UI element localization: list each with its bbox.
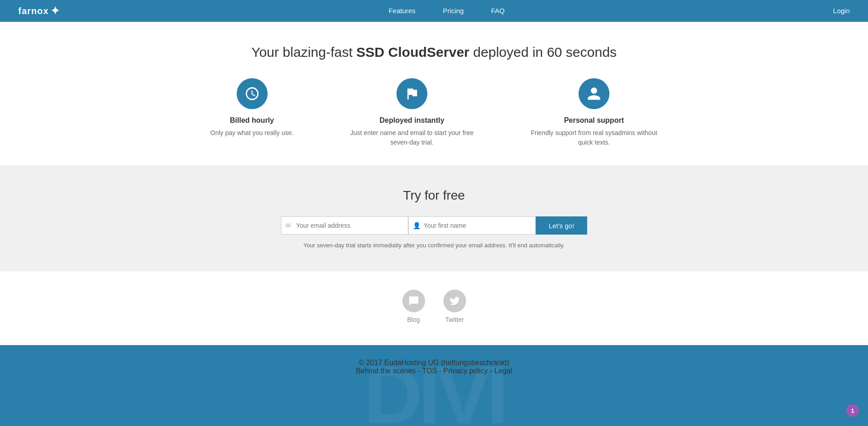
user-icon: 👤	[413, 222, 421, 229]
footer-privacy[interactable]: Privacy policy	[443, 367, 488, 375]
footer-legal[interactable]: Legal	[494, 367, 512, 375]
footer-sep1: -	[418, 367, 422, 375]
blog-label: Blog	[407, 316, 420, 323]
nav-links: Features Pricing FAQ	[389, 7, 505, 15]
twitter-icon-circle	[443, 290, 466, 312]
email-input[interactable]	[281, 216, 408, 235]
logo[interactable]: farnox✦	[18, 5, 60, 17]
twitter-link[interactable]: Twitter	[443, 290, 466, 323]
navbar: farnox✦ Features Pricing FAQ Login	[0, 0, 868, 22]
name-wrapper: 👤	[408, 216, 536, 235]
nav-faq[interactable]: FAQ	[491, 7, 505, 15]
letsgo-button[interactable]: Let's go!	[536, 216, 587, 235]
footer-sep2: -	[439, 367, 443, 375]
social-icons: Blog Twitter	[9, 290, 859, 323]
footer: DIVI © 2017 EudaHosting UG (haftungsbesc…	[0, 345, 868, 426]
notification-badge[interactable]: 1	[846, 404, 859, 417]
nav-login[interactable]: Login	[833, 7, 850, 15]
footer-tos[interactable]: TOS	[422, 367, 437, 375]
feature-support-desc: Friendly support from real sysadmins wit…	[530, 128, 658, 147]
try-note: Your seven-day trial starts immediatly a…	[9, 242, 859, 249]
feature-deployed-title: Deployed instantly	[380, 116, 444, 125]
feature-deployed-desc: Just enter name and email to start your …	[348, 128, 476, 147]
login-link[interactable]: Login	[833, 7, 850, 15]
clock-icon-circle	[237, 78, 268, 109]
feature-billed-title: Billed hourly	[230, 116, 274, 125]
flag-icon-circle	[396, 78, 427, 109]
person-icon-circle	[579, 78, 609, 109]
social-section: Blog Twitter	[0, 271, 868, 345]
email-icon: ✉	[285, 222, 291, 229]
headline-suffix: deployed in 60 seconds	[469, 45, 617, 60]
footer-links: Behind the scenes - TOS - Privacy policy…	[9, 367, 859, 375]
headline-prefix: Your blazing-fast	[251, 45, 356, 60]
person-icon	[586, 86, 602, 101]
try-form: ✉ 👤 Let's go!	[9, 216, 859, 235]
feature-billed: Billed hourly Only pay what you really u…	[210, 78, 294, 147]
feature-deployed: Deployed instantly Just enter name and e…	[348, 78, 476, 147]
feature-support: Personal support Friendly support from r…	[530, 78, 658, 147]
features-row: Billed hourly Only pay what you really u…	[9, 78, 859, 147]
hero-section: Your blazing-fast SSD CloudServer deploy…	[0, 22, 868, 165]
footer-content: © 2017 EudaHosting UG (haftungsbeschränk…	[0, 345, 868, 389]
try-heading: Try for free	[9, 188, 859, 203]
name-input[interactable]	[408, 216, 536, 235]
email-wrapper: ✉	[281, 216, 408, 235]
flag-icon	[404, 86, 420, 101]
clock-icon	[244, 86, 260, 101]
headline-bold: SSD CloudServer	[356, 45, 469, 60]
hero-headline: Your blazing-fast SSD CloudServer deploy…	[9, 45, 859, 60]
twitter-icon	[449, 296, 460, 306]
twitter-label: Twitter	[445, 316, 464, 323]
blog-icon-circle	[402, 290, 425, 312]
chat-icon	[408, 296, 419, 306]
blog-link[interactable]: Blog	[402, 290, 425, 323]
try-section: Try for free ✉ 👤 Let's go! Your seven-da…	[0, 165, 868, 271]
nav-features[interactable]: Features	[389, 7, 416, 15]
footer-sep3: -	[490, 367, 494, 375]
nav-pricing[interactable]: Pricing	[443, 7, 464, 15]
feature-billed-desc: Only pay what you really use.	[210, 128, 294, 138]
footer-behind[interactable]: Behind the scenes	[356, 367, 416, 375]
feature-support-title: Personal support	[564, 116, 624, 125]
footer-copyright: © 2017 EudaHosting UG (haftungsbeschränk…	[9, 359, 859, 367]
